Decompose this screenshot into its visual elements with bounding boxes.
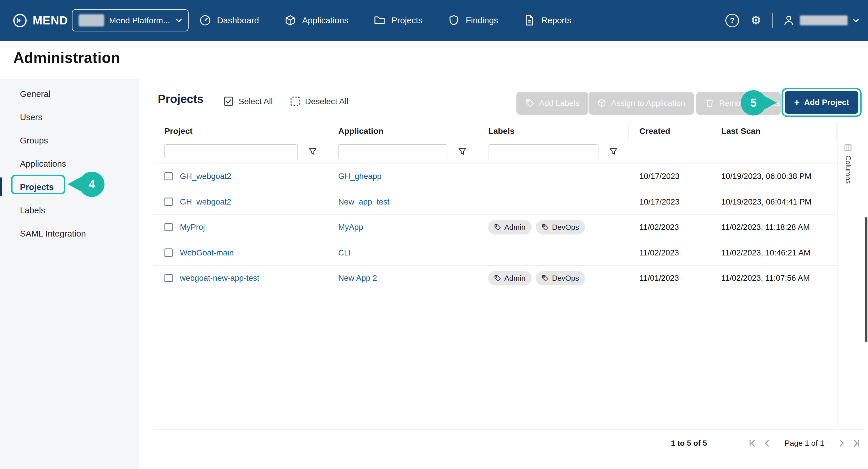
sidebar-item-projects[interactable]: Projects (0, 175, 140, 199)
table-row: GH_webgoat2 GH_gheapp 10/17/2023 10/19/2… (153, 164, 837, 189)
application-link[interactable]: CLI (338, 248, 351, 258)
nav-applications[interactable]: Applications (284, 14, 348, 26)
sidebar-item-groups[interactable]: Groups (0, 129, 140, 152)
last-scan-cell: 11/02/2023, 11:18:28 AM (710, 215, 837, 240)
mend-logo[interactable]: MEND (12, 0, 68, 41)
cube-icon (597, 99, 606, 107)
shield-icon (448, 14, 460, 26)
nav-dashboard-label: Dashboard (217, 15, 259, 25)
sidebar-item-label: Groups (20, 136, 48, 145)
trash-icon (705, 99, 714, 107)
label-pill: DevOps (536, 271, 585, 285)
add-project-label: Add Project (804, 98, 849, 107)
next-page-button[interactable] (834, 437, 848, 450)
project-link[interactable]: GH_webgoat2 (180, 172, 231, 181)
sidebar-item-label: General (20, 89, 50, 99)
column-header-labels: Labels (477, 122, 628, 140)
deselect-all-control[interactable]: Deselect All (290, 96, 348, 106)
application-filter-funnel-icon[interactable] (459, 148, 466, 155)
created-cell: 11/02/2023 (628, 215, 710, 240)
help-icon: ? (730, 16, 734, 25)
project-link[interactable]: MyProj (180, 223, 205, 232)
dashed-square-icon (290, 96, 300, 106)
vertical-scrollbar[interactable] (865, 217, 868, 342)
project-link[interactable]: WebGoat-main (180, 248, 234, 258)
row-checkbox[interactable] (164, 248, 173, 257)
nav-divider (772, 13, 773, 28)
pagination: 1 to 5 of 5 Page 1 of 1 (671, 437, 863, 450)
created-cell: 11/01/2023 (628, 266, 710, 291)
table-filter-row (153, 140, 837, 164)
redacted-org-name (79, 14, 104, 27)
footer-divider (153, 429, 864, 429)
checked-square-icon (223, 96, 234, 106)
select-all-control[interactable]: Select All (223, 96, 273, 106)
nav-projects[interactable]: Projects (374, 14, 422, 26)
tag-icon (542, 224, 549, 231)
application-filter-input[interactable] (338, 144, 447, 159)
main-content: Projects Select All Deselect All Add Lab… (140, 79, 868, 469)
last-page-button[interactable] (848, 437, 863, 450)
row-checkbox[interactable] (164, 274, 173, 282)
row-checkbox[interactable] (164, 198, 173, 206)
column-header-application: Application (327, 122, 477, 140)
navbar-right-controls: ? ⚙ (725, 0, 859, 41)
settings-gear-icon[interactable]: ⚙ (751, 14, 761, 26)
label-pill-text: DevOps (552, 223, 579, 232)
first-page-button[interactable] (746, 437, 760, 450)
user-menu[interactable] (783, 14, 859, 27)
label-pill: DevOps (536, 220, 585, 234)
table-row: GH_webgoat2 New_app_test 10/17/2023 10/1… (153, 189, 837, 214)
sidebar-item-applications[interactable]: Applications (0, 152, 140, 175)
row-checkbox[interactable] (164, 172, 173, 181)
applications-icon (284, 14, 296, 26)
sidebar-item-saml-integration[interactable]: SAML Integration (0, 222, 140, 245)
nav-reports-label: Reports (541, 15, 571, 25)
main-nav: Dashboard Applications Projects (199, 0, 571, 41)
org-selector-dropdown[interactable]: Mend Platform... (72, 9, 189, 31)
project-filter-funnel-icon[interactable] (309, 148, 317, 155)
sidebar-item-labels[interactable]: Labels (0, 199, 140, 222)
pagination-page-label: Page 1 of 1 (784, 439, 824, 448)
nav-findings-label: Findings (466, 15, 498, 25)
column-header-created: Created (628, 122, 710, 140)
table-row: WebGoat-main CLI 11/02/2023 11/02/2023, … (153, 240, 837, 265)
projects-table: Project Application Labels Created Last … (153, 122, 837, 291)
chevron-down-icon (852, 18, 859, 23)
previous-page-button[interactable] (760, 437, 775, 450)
tag-icon (542, 275, 549, 281)
application-link[interactable]: MyApp (338, 223, 363, 232)
label-pill-text: Admin (504, 223, 525, 232)
created-cell: 11/02/2023 (628, 240, 710, 265)
tag-icon (494, 224, 501, 231)
nav-findings[interactable]: Findings (448, 14, 498, 26)
page-header: Administration (0, 41, 868, 79)
chevron-down-icon (176, 18, 182, 23)
add-project-button[interactable]: + Add Project (785, 91, 858, 114)
row-checkbox[interactable] (164, 223, 173, 232)
table-header-row: Project Application Labels Created Last … (153, 122, 837, 140)
labels-filter-funnel-icon[interactable] (610, 148, 617, 155)
nav-projects-label: Projects (392, 15, 422, 25)
column-header-project: Project (153, 122, 327, 140)
nav-dashboard[interactable]: Dashboard (199, 14, 259, 26)
application-link[interactable]: New App 2 (338, 273, 377, 283)
columns-rail-label: Columns (844, 155, 852, 184)
assign-to-application-button: Assign to Application (589, 92, 694, 114)
sidebar-item-label: Applications (20, 159, 66, 169)
labels-filter-input[interactable] (488, 144, 598, 159)
sidebar-item-general[interactable]: General (0, 82, 140, 106)
application-link[interactable]: GH_gheapp (338, 172, 382, 181)
application-link[interactable]: New_app_test (338, 197, 390, 207)
help-button[interactable]: ? (725, 14, 739, 28)
last-scan-cell: 10/19/2023, 06:00:38 PM (710, 164, 837, 189)
columns-panel-toggle[interactable]: Columns (840, 144, 856, 184)
nav-reports[interactable]: Reports (524, 14, 571, 26)
sidebar-item-users[interactable]: Users (0, 106, 140, 129)
user-icon (783, 14, 795, 27)
project-link[interactable]: GH_webgoat2 (180, 197, 231, 207)
project-filter-input[interactable] (164, 144, 298, 159)
table-row: webgoat-new-app-test New App 2 Admin Dev… (153, 266, 837, 291)
project-link[interactable]: webgoat-new-app-test (180, 273, 259, 283)
dashboard-icon (199, 14, 211, 26)
